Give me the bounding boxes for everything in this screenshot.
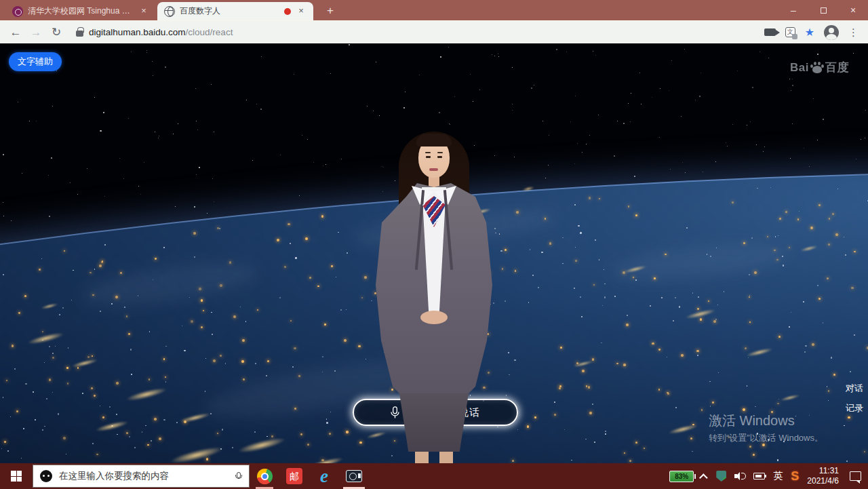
camera-icon[interactable] (764, 28, 776, 36)
windows-taskbar: 在这里输入你要搜索的内容 邮 e 83% ✓ 英 S 11:31 2021/4/… (0, 463, 868, 489)
baidu-logo: Bai 百度 (790, 60, 849, 75)
tab-baidu-digital-human[interactable]: 百度数字人 × (157, 2, 313, 20)
tab-close-icon[interactable]: × (138, 6, 149, 17)
back-button[interactable]: ← (5, 26, 26, 39)
tray-expand-icon[interactable] (699, 473, 708, 482)
reload-button[interactable]: ↻ (46, 25, 66, 39)
avatar-hands (420, 311, 448, 324)
record-tab[interactable]: 记录 (846, 402, 863, 414)
activation-line1: 激活 Windows (709, 412, 823, 430)
bookmark-star-icon[interactable]: ★ (805, 26, 814, 39)
globe-favicon-icon (164, 6, 175, 17)
browser-menu-icon[interactable]: ⋮ (848, 26, 859, 39)
tab-title: 清华大学校园网 Tsinghua Univ (28, 5, 134, 17)
maximize-button[interactable] (808, 0, 838, 20)
mail-icon: 邮 (286, 468, 302, 484)
lock-icon (76, 31, 83, 37)
activation-line2: 转到“设置”以激活 Windows。 (709, 432, 823, 444)
search-mic-icon[interactable] (235, 472, 241, 480)
toolbar-actions: 文 ★ ⋮ (764, 25, 868, 40)
side-panel-labels: 对话 记录 (846, 383, 863, 422)
battery-tray-icon[interactable] (753, 473, 765, 480)
windows-logo-icon (11, 471, 22, 482)
shield-check-icon: ✓ (723, 477, 729, 484)
url-path: /cloud/react (186, 27, 233, 37)
sogou-input-icon[interactable]: S (791, 469, 799, 484)
url-domain: digitalhuman.baidu.com (89, 27, 186, 37)
baidu-logo-cn: 百度 (825, 60, 849, 75)
baidu-logo-latin: Bai (790, 61, 809, 75)
language-indicator[interactable]: 英 (773, 470, 783, 482)
taskbar-ie-button[interactable]: e (309, 463, 339, 489)
clock-time: 11:31 (807, 466, 839, 476)
text-assist-button[interactable]: 文字辅助 (9, 52, 62, 71)
taskbar-chrome-button[interactable] (250, 463, 279, 489)
window-controls: – × (778, 0, 868, 20)
internet-explorer-icon: e (320, 468, 328, 484)
volume-icon[interactable] (734, 471, 745, 481)
system-tray: 83% ✓ 英 S 11:31 2021/4/6 (669, 466, 868, 486)
battery-indicator[interactable]: 83% (669, 471, 694, 482)
tsinghua-favicon-icon (12, 6, 23, 17)
avatar-eyebrow (437, 152, 443, 153)
tab-tsinghua[interactable]: 清华大学校园网 Tsinghua Univ × (5, 2, 156, 20)
new-tab-button[interactable]: + (321, 3, 339, 18)
taskbar-camera-app-button[interactable] (339, 463, 369, 489)
start-button[interactable] (0, 463, 33, 489)
avatar-leg (415, 452, 429, 463)
avatar-eye (426, 156, 431, 158)
avatar-hair-fringe (416, 134, 452, 146)
avatar-eye (437, 156, 442, 158)
avatar-eyebrow (425, 152, 431, 153)
defender-shield-icon[interactable]: ✓ (716, 471, 726, 482)
url-text[interactable]: digitalhuman.baidu.com/cloud/react (89, 27, 233, 37)
avatar-skirt (399, 393, 469, 452)
close-window-button[interactable]: × (838, 0, 868, 20)
search-placeholder-text: 在这里输入你要搜索的内容 (59, 470, 229, 482)
translate-icon[interactable]: 文 (785, 27, 795, 37)
minimize-button[interactable]: – (778, 0, 808, 20)
dialog-tab[interactable]: 对话 (846, 383, 863, 395)
forward-button[interactable]: → (26, 26, 46, 39)
taskbar-mail-button[interactable]: 邮 (279, 463, 309, 489)
action-center-icon[interactable] (850, 471, 861, 481)
tab-close-icon[interactable]: × (296, 6, 307, 17)
video-camera-icon (346, 470, 362, 482)
windows-activation-watermark: 激活 Windows 转到“设置”以激活 Windows。 (709, 412, 823, 444)
address-bar[interactable]: digitalhuman.baidu.com/cloud/react (71, 23, 764, 42)
taskbar-search-box[interactable]: 在这里输入你要搜索的内容 (33, 465, 250, 488)
clock-date: 2021/4/6 (807, 476, 839, 486)
chrome-icon (257, 469, 273, 484)
avatar-leg (439, 452, 453, 463)
cortana-icon (40, 470, 52, 482)
maximize-icon (821, 7, 827, 14)
browser-toolbar: ← → ↻ digitalhuman.baidu.com/cloud/react… (0, 20, 868, 43)
tab-title: 百度数字人 (180, 5, 279, 17)
baidu-paw-icon (810, 61, 825, 75)
page-content: 文字辅助 Bai 百度 请按下空格说话 (0, 43, 868, 463)
taskbar-clock[interactable]: 11:31 2021/4/6 (807, 466, 839, 486)
avatar-lips (429, 168, 438, 171)
profile-avatar-icon[interactable] (824, 25, 839, 40)
volume-wave-icon (741, 473, 746, 480)
browser-title-bar: 清华大学校园网 Tsinghua Univ × 百度数字人 × + – × (0, 0, 868, 20)
digital-human-avatar (342, 130, 526, 463)
recording-dot-icon (284, 8, 291, 15)
